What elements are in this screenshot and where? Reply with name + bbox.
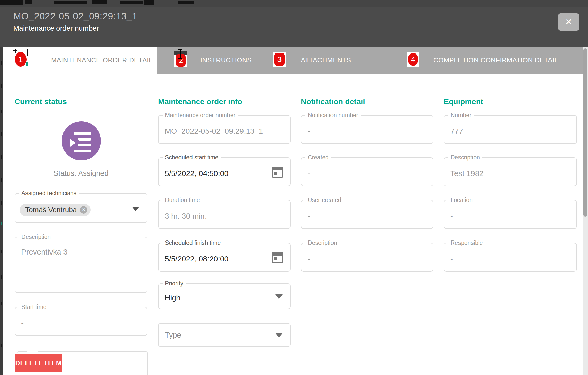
page-edge-artifact — [1, 84, 2, 88]
priority-value: High — [165, 293, 181, 302]
equipment-description-label: Description — [448, 154, 482, 161]
page-edge-artifact — [178, 1, 194, 4]
maintenance-order-number-value: MO_2022-05-02_09:29:13_1 — [165, 127, 263, 136]
equipment-number-field: Number 777 — [444, 115, 577, 144]
scheduled-start-time-value: 5/5/2022, 04:50:00 — [165, 169, 228, 178]
notification-number-label: Notification number — [305, 112, 361, 119]
chevron-down-icon[interactable] — [275, 333, 283, 338]
page-edge-artifact — [54, 1, 87, 4]
modal-header: MO_2022-05-02_09:29:13_1 Maintenance ord… — [0, 7, 588, 47]
tab1-label[interactable]: MAINTENANCE ORDER DETAIL — [51, 56, 153, 64]
status-description-value: Preventivka 3 — [21, 248, 68, 256]
tab1-step-badge: 1 — [15, 52, 27, 67]
status-icon — [78, 144, 91, 146]
page-edge-artifact — [26, 62, 28, 66]
scheduled-finish-time-field[interactable]: Scheduled finish time 5/5/2022, 08:20:00 — [158, 243, 291, 272]
priority-select[interactable]: Priority High — [158, 283, 291, 309]
status-icon — [74, 132, 91, 135]
status-description-label: Description — [19, 234, 53, 240]
notification-number-value: - — [308, 127, 310, 136]
technician-chip[interactable]: Tomáš Ventruba ✕ — [20, 204, 91, 216]
page-edge-artifact — [1, 275, 2, 279]
page-edge-artifact — [1, 302, 2, 305]
created-field: Created - — [301, 157, 433, 186]
equipment-description-value: Test 1982 — [450, 169, 483, 178]
scheduled-start-time-label: Scheduled start time — [163, 154, 221, 161]
status-text: Status: Assigned — [15, 169, 147, 178]
left-page-edge — [0, 47, 3, 375]
text-cursor-icon — [178, 49, 182, 50]
page-edge-artifact — [92, 0, 107, 4]
tab4-number: 4 — [411, 55, 415, 63]
tab4-label[interactable]: COMPLETION CONFIRMATION DETAIL — [433, 56, 558, 64]
page-edge-artifact — [0, 0, 23, 5]
notification-description-label: Description — [305, 239, 339, 246]
modal-title: MO_2022-05-02_09:29:13_1 — [13, 11, 137, 22]
start-time-label: Start time — [19, 304, 49, 311]
calendar-icon[interactable] — [272, 252, 283, 263]
user-created-field: User created - — [301, 200, 433, 229]
status-icon — [70, 139, 76, 147]
scheduled-start-time-field[interactable]: Scheduled start time 5/5/2022, 04:50:00 — [158, 157, 291, 186]
tab2-label[interactable]: INSTRUCTIONS — [200, 56, 252, 64]
tab3-number: 3 — [277, 55, 282, 63]
page-edge-artifact — [1, 344, 2, 347]
tab3-label[interactable]: ATTACHMENTS — [301, 56, 351, 64]
maintenance-order-modal: MO_2022-05-02_09:29:13_1 Maintenance ord… — [0, 0, 588, 375]
page-edge-artifact — [1, 110, 2, 113]
tab-bar: 1 MAINTENANCE ORDER DETAIL 2 INSTRUCTION… — [0, 47, 588, 74]
type-select[interactable]: Type — [158, 323, 291, 347]
modal-subtitle: Maintenance order number — [13, 24, 99, 32]
scheduled-finish-time-value: 5/5/2022, 08:20:00 — [165, 255, 228, 263]
duration-time-field: Duration time 3 hr. 30 min. — [158, 200, 291, 229]
responsible-field: Responsible - — [444, 243, 577, 272]
page-edge-artifact — [1, 155, 2, 159]
scheduled-finish-time-label: Scheduled finish time — [163, 239, 223, 246]
page-edge-artifact — [120, 1, 143, 4]
maintenance-order-number-field: Maintenance order number MO_2022-05-02_0… — [158, 115, 291, 144]
technician-chip-label: Tomáš Ventruba — [25, 206, 77, 214]
scrollbar[interactable] — [583, 47, 588, 375]
page-edge-artifact — [1, 250, 2, 253]
start-time-field: Start time - — [15, 307, 147, 336]
text-cursor-icon — [180, 50, 181, 59]
page-edge-artifact — [1, 178, 2, 182]
page-edge-artifact — [1, 222, 2, 225]
equipment-description-field: Description Test 1982 — [444, 157, 577, 186]
delete-item-label: DELETE ITEM — [15, 359, 62, 367]
assigned-technicians-label: Assigned technicians — [19, 190, 79, 197]
page-edge-artifact — [27, 49, 28, 56]
created-value: - — [308, 169, 310, 178]
text-cursor-icon — [178, 58, 182, 59]
notification-description-field: Description - — [301, 243, 433, 272]
type-placeholder: Type — [165, 331, 181, 339]
equipment-number-value: 777 — [450, 127, 463, 136]
page-edge-artifact — [25, 0, 32, 4]
priority-label: Priority — [163, 280, 186, 287]
location-value: - — [450, 212, 453, 220]
chevron-down-icon[interactable] — [132, 207, 139, 211]
responsible-label: Responsible — [448, 239, 485, 246]
close-icon: ✕ — [565, 17, 572, 27]
close-button[interactable]: ✕ — [558, 13, 579, 31]
status-icon — [62, 121, 101, 160]
duration-time-label: Duration time — [163, 197, 202, 204]
chip-remove-icon[interactable]: ✕ — [80, 206, 87, 214]
start-time-value: - — [21, 319, 24, 327]
responsible-value: - — [450, 255, 453, 263]
tab4-step-badge: 4 — [408, 53, 418, 66]
location-field: Location - — [444, 200, 577, 229]
assigned-technicians-field[interactable]: Assigned technicians Tomáš Ventruba ✕ — [15, 193, 147, 223]
tab2-step-badge: 2 — [176, 54, 186, 67]
current-status-heading: Current status — [15, 97, 67, 106]
page-edge-artifact — [1, 132, 2, 136]
scrollbar-thumb[interactable] — [583, 48, 587, 217]
delete-item-button[interactable]: DELETE ITEM — [15, 354, 62, 372]
duration-time-value: 3 hr. 30 min. — [165, 212, 207, 220]
calendar-icon[interactable] — [272, 167, 283, 178]
user-created-label: User created — [305, 197, 344, 204]
top-page-edge — [0, 0, 588, 7]
mo-info-heading: Maintenance order info — [158, 97, 242, 106]
status-description-field: Description Preventivka 3 — [15, 237, 147, 293]
chevron-down-icon[interactable] — [275, 294, 283, 299]
